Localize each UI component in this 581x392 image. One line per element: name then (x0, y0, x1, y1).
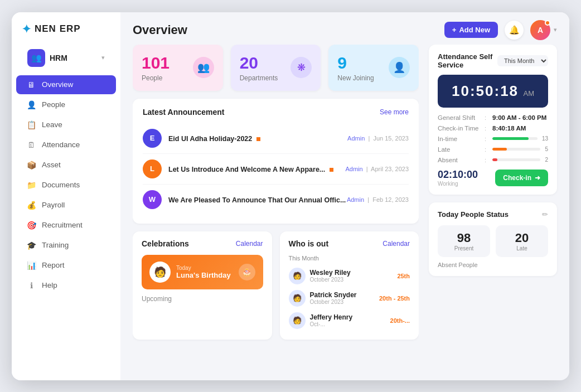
who-out-month: This Month (289, 255, 410, 262)
announcement-item-1[interactable]: E Eid UI Adha Holiday-2022 Admin | Jun 1… (143, 123, 409, 154)
add-new-button[interactable]: + Add New (444, 22, 498, 38)
stat-card-people: 101 People 👥 (133, 45, 223, 91)
announcement-item-2[interactable]: L Let Us Introduce And Welcome A New App… (143, 154, 409, 185)
leave-icon: 📋 (26, 120, 36, 129)
logo-area: ✦ NEN ERP (12, 12, 120, 41)
who-range-1: 25th (397, 273, 410, 279)
topbar-right: + Add New 🔔 A ▾ (444, 20, 557, 40)
who-avatar-2: 🧑 (289, 290, 306, 307)
celebration-name: Luna's Birthday (176, 271, 233, 279)
stat-number-departments: 20 (240, 54, 278, 72)
ann-title-1: Eid UI Adha Holiday-2022 (168, 135, 260, 143)
late-status-num: 20 (499, 231, 545, 245)
cake-icon: 🎂 (239, 264, 255, 280)
sidebar-item-documents[interactable]: 📁 Documents (16, 176, 116, 195)
main-content: Overview + Add New 🔔 A ▾ (120, 12, 569, 380)
recruitment-icon: 🎯 (26, 221, 36, 230)
people-icon: 👤 (26, 100, 36, 109)
avatar-chevron-icon: ▾ (554, 26, 557, 33)
sidebar-item-people[interactable]: 👤 People (16, 95, 116, 114)
hrm-menu[interactable]: 👥 HRM ▾ (17, 43, 115, 72)
hrm-chevron-icon: ▾ (101, 54, 105, 61)
who-out-item-3: 🧑 Jeffery Henry Oct-... 20th-... (289, 309, 410, 332)
stat-label-departments: Departments (240, 74, 278, 82)
working-time: 02:10:00 (438, 169, 478, 181)
clock-time: 10:50:18 (452, 83, 519, 99)
today-status-card: Today People Status ✏ 98 Present 20 Late (429, 202, 557, 276)
ann-meta-1: Admin | Jun 15, 2023 (347, 135, 409, 142)
who-name-2: Patrick Snyder (310, 291, 357, 299)
stat-cards: 101 People 👥 20 Departments ❋ (133, 45, 419, 91)
avatar-area[interactable]: A ▾ (530, 20, 557, 40)
ann-avatar-1: E (143, 129, 162, 148)
late-label: Late (438, 146, 482, 153)
documents-icon: 📁 (26, 181, 36, 190)
late-box: 20 Late (496, 225, 548, 257)
asset-icon: 📦 (26, 161, 36, 170)
sidebar-label-payroll: Payroll (42, 201, 65, 209)
sidebar-label-overview: Overview (42, 80, 73, 89)
late-status-label: Late (499, 245, 545, 251)
who-name-1: Wesley Riley (310, 269, 351, 277)
announcement-title: Latest Announcement (143, 108, 225, 117)
sidebar-item-overview[interactable]: 🖥 Overview (16, 75, 116, 94)
training-icon: 🎓 (26, 241, 36, 250)
checkin-button[interactable]: Check-in ➜ (495, 170, 548, 186)
absent-count: 2 (545, 157, 548, 163)
ann-avatar-2: L (143, 159, 162, 178)
who-name-3: Jeffery Henry (310, 313, 353, 321)
late-count: 5 (545, 146, 548, 152)
sidebar-item-report[interactable]: 📊 Report (16, 256, 116, 275)
ann-dot-2 (330, 168, 333, 172)
intime-row: In-time : 13 (438, 135, 548, 142)
who-range-3: 20th-... (390, 317, 410, 324)
sidebar-item-asset[interactable]: 📦 Asset (16, 156, 116, 175)
see-more-link[interactable]: See more (380, 108, 409, 116)
absent-people-label: Absent People (438, 262, 548, 268)
celebrations-title: Celebrations (142, 239, 189, 248)
sidebar-item-leave[interactable]: 📋 Leave (16, 115, 116, 134)
who-out-calendar-link[interactable]: Calendar (383, 240, 410, 248)
sidebar-item-help[interactable]: ℹ Help (16, 276, 116, 295)
attendance-card: Attendance Self Service This Month Last … (429, 45, 557, 195)
sidebar-item-attendance[interactable]: 🗓 Attendance (16, 135, 116, 154)
sidebar-item-payroll[interactable]: 💰 Payroll (16, 196, 116, 215)
checkin-value: 8:40:18 AM (492, 125, 548, 132)
topbar: Overview + Add New 🔔 A ▾ (120, 12, 569, 45)
absent-row-label: Absent (438, 157, 482, 163)
sidebar-item-training[interactable]: 🎓 Training (16, 236, 116, 255)
who-out-card: Who is out Calendar This Month 🧑 Wesley … (280, 231, 419, 340)
stat-label-people: People (142, 74, 170, 82)
attendance-title: Attendance Self Service (438, 52, 497, 69)
intime-progress (492, 137, 538, 140)
edit-icon[interactable]: ✏ (542, 210, 548, 219)
absent-fill (492, 158, 497, 161)
stat-number-people: 101 (142, 54, 170, 72)
who-out-item-1: 🧑 Wesley Riley October 2023 25th (289, 265, 410, 287)
attendance-header: Attendance Self Service This Month Last … (438, 52, 548, 69)
celebrations-card: Celebrations Calendar 🧑 Today Luna's Bir… (133, 231, 272, 340)
celebrations-calendar-link[interactable]: Calendar (236, 240, 263, 248)
stat-info-people: 101 People (142, 54, 170, 82)
late-row: Late : 5 (438, 146, 548, 153)
stat-info-departments: 20 Departments (240, 54, 278, 82)
late-fill (492, 148, 507, 151)
general-shift-row: General Shift : 9:00 AM - 6:00 PM (438, 114, 548, 121)
checkin-arrow-icon: ➜ (535, 174, 540, 182)
sidebar-label-documents: Documents (42, 181, 80, 189)
sidebar-item-recruitment[interactable]: 🎯 Recruitment (16, 216, 116, 235)
body-layout: 101 People 👥 20 Departments ❋ (120, 45, 569, 380)
sidebar-label-attendance: Attendance (42, 141, 80, 149)
clock-display: 10:50:18 AM (438, 75, 548, 108)
month-select[interactable]: This Month Last Month (497, 55, 548, 66)
announcement-item-3[interactable]: W We Are Pleased To Announce That Our An… (143, 185, 409, 215)
avatar-status-dot (545, 20, 550, 26)
add-icon: + (452, 26, 457, 34)
app-window: ✦ NEN ERP 👥 HRM ▾ 🖥 Overview 👤 People 📋 … (12, 12, 569, 380)
stat-card-departments: 20 Departments ❋ (231, 45, 321, 91)
bottom-cards: Celebrations Calendar 🧑 Today Luna's Bir… (133, 231, 419, 340)
notification-icon[interactable]: 🔔 (505, 21, 524, 40)
general-shift-label: General Shift (438, 114, 482, 121)
celebrations-header: Celebrations Calendar (142, 239, 263, 248)
payroll-icon: 💰 (26, 201, 36, 210)
